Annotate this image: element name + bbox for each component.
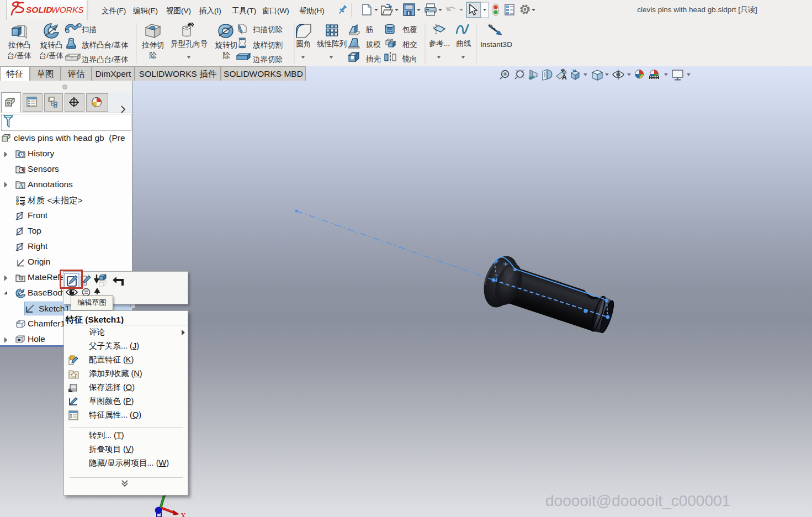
svg-text:A: A: [19, 182, 24, 189]
svg-text:A: A: [562, 73, 567, 81]
svg-text:SOLID: SOLID: [26, 5, 52, 14]
svg-text:X: X: [181, 512, 186, 517]
svg-text:WORKS: WORKS: [51, 5, 84, 14]
svg-text:dooooit@dooooit_c000001: dooooit@dooooit_c000001: [545, 492, 730, 509]
